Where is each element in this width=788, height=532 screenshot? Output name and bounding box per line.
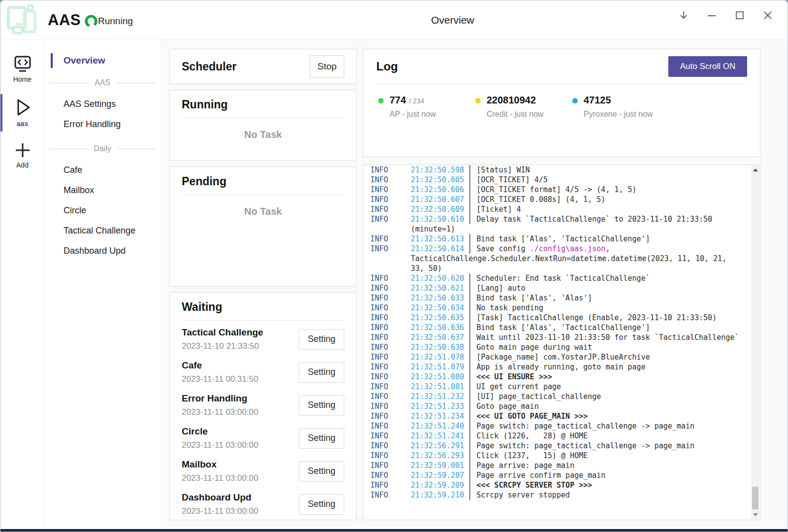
task-setting-button[interactable]: Setting	[299, 329, 344, 350]
app-window: AAS Running Overview	[0, 0, 788, 532]
waiting-task-time: 2023-11-11 03:00:00	[182, 506, 258, 516]
waiting-task-info: Tactical Challenge 2023-11-10 21:33:50	[182, 327, 263, 351]
waiting-task-name: Error Handling	[182, 393, 258, 404]
pending-card: Pending No Task	[169, 166, 357, 287]
stat-value: 220810942	[487, 95, 536, 105]
maximize-icon[interactable]	[734, 9, 746, 21]
pending-title: Pending	[182, 175, 344, 188]
pending-empty-text: No Task	[182, 206, 344, 217]
waiting-task-time: 2023-11-11 03:00:00	[182, 407, 258, 417]
log-line: INFO21:32:56.291Page switch: page_tactic…	[370, 441, 745, 451]
log-line: INFO21:32:50.635[Task] TacticalChallenge…	[370, 313, 745, 323]
log-header-card: Log Auto Scroll ON 774/ 234	[363, 49, 760, 157]
log-line: TacticalChallenge.Scheduler.NextRun=date…	[370, 254, 745, 264]
log-line: INFO21:32:51.232[UI] page_tactical_chall…	[370, 392, 745, 401]
stat-body: 47125 Pyroxene - just now	[584, 95, 653, 119]
rail-item-aas[interactable]: aas	[0, 93, 44, 133]
log-scrollbar[interactable]	[751, 166, 759, 519]
stat-body: 220810942 Credit - just now	[487, 95, 544, 119]
waiting-task-row: Error Handling 2023-11-11 03:00:00 Setti…	[182, 389, 344, 422]
log-line: INFO21:32:50.610Delay task `TacticalChal…	[370, 214, 745, 224]
log-line: INFO21:32:51.234<<< UI GOTO PAGE_MAIN >>…	[370, 411, 745, 421]
task-setting-button[interactable]: Setting	[299, 494, 344, 515]
log-line: INFO21:32:51.241Click (1226, 28) @ HOME	[370, 431, 745, 441]
log-line: INFO21:32:50.613Bind task ['Alas', 'Tact…	[370, 234, 745, 244]
log-column: Log Auto Scroll ON 774/ 234	[363, 49, 760, 520]
auto-scroll-button[interactable]: Auto Scroll ON	[668, 56, 747, 77]
main-area: Home aas Add Overview AAS	[0, 40, 788, 529]
task-setting-button[interactable]: Setting	[299, 428, 344, 449]
log-line: INFO21:32:50.636Bind task ['Alas', 'Tact…	[370, 323, 745, 332]
log-line: INFO21:32:51.080<<< UI ENSURE >>>	[370, 372, 745, 382]
nav-item[interactable]: Dashboard Upd	[45, 241, 161, 261]
waiting-task-row: Dashboard Upd 2023-11-11 03:00:00 Settin…	[182, 488, 344, 520]
scrollbar-thumb[interactable]	[752, 487, 758, 509]
nav-item[interactable]: AAS Settings	[45, 94, 161, 114]
scrollbar-up-icon[interactable]	[751, 166, 759, 174]
waiting-task-name: Circle	[182, 426, 258, 437]
waiting-task-info: Mailbox 2023-11-11 03:00:00	[182, 459, 258, 483]
stat-value: 47125	[584, 95, 611, 105]
waiting-task-info: Circle 2023-11-11 03:00:00	[182, 426, 258, 450]
titlebar: AAS Running Overview	[0, 0, 788, 40]
nav-item[interactable]: Cafe	[45, 160, 161, 180]
divider	[182, 320, 344, 321]
waiting-task-info: Cafe 2023-11-11 00:31:50	[182, 360, 258, 384]
nav-item-overview[interactable]: Overview	[51, 53, 161, 68]
stat-caption: Credit - just now	[487, 110, 544, 119]
log-line: INFO21:32:51.240Page switch: page_tactic…	[370, 421, 745, 431]
log-line: 33, 50)	[370, 264, 745, 273]
waiting-task-row: Mailbox 2023-11-11 03:00:00 Setting	[182, 455, 344, 488]
log-line: INFO21:32:51.081UI get current page	[370, 382, 745, 392]
rail-item-add[interactable]: Add	[0, 137, 44, 174]
stat-item: 47125 Pyroxene - just now	[570, 95, 667, 119]
log-line: INFO21:32:50.633Bind task ['Alas', 'Alas…	[370, 293, 745, 303]
nav-section-daily-items: CafeMailboxCircleTactical ChallengeDashb…	[45, 160, 161, 261]
divider	[182, 118, 344, 118]
nav-item[interactable]: Mailbox	[45, 180, 161, 200]
scheduler-column: Scheduler Stop Running No Task Pending N…	[169, 49, 357, 520]
stat-body: 774/ 234 AP - just now	[390, 95, 436, 119]
scrollbar-down-icon[interactable]	[751, 510, 759, 519]
waiting-card: Waiting Tactical Challenge 2023-11-10 21…	[169, 292, 357, 520]
waiting-title: Waiting	[182, 300, 344, 314]
waiting-task-row: Cafe 2023-11-11 00:31:50 Setting	[182, 356, 344, 389]
code-monitor-icon	[13, 55, 33, 73]
running-title: Running	[182, 98, 344, 111]
nav-panel: Overview AAS AAS SettingsError Handling …	[45, 40, 162, 529]
log-line: INFO21:32:50.638Goto main page during wa…	[370, 342, 745, 352]
waiting-task-time: 2023-11-11 03:00:00	[182, 473, 258, 483]
minimize-icon[interactable]	[706, 9, 718, 21]
stop-button[interactable]: Stop	[310, 55, 344, 78]
rail-item-label: Add	[0, 161, 44, 169]
waiting-task-name: Cafe	[182, 360, 258, 371]
rail-item-home[interactable]: Home	[0, 51, 44, 88]
scheduler-card: Scheduler Stop	[169, 49, 357, 84]
task-setting-button[interactable]: Setting	[299, 362, 344, 383]
divider	[376, 83, 747, 84]
stat-dot-icon	[572, 98, 578, 103]
task-setting-button[interactable]: Setting	[299, 395, 344, 416]
log-line: INFO21:32:59.210Scrcpy server stopped	[370, 490, 745, 500]
log-line: INFO21:32:50.614Save config ./config\aas…	[370, 244, 745, 254]
nav-item[interactable]: Circle	[45, 200, 161, 221]
stat-item: 220810942 Credit - just now	[473, 95, 570, 119]
scheduler-title: Scheduler	[182, 60, 236, 73]
close-icon[interactable]	[762, 9, 774, 21]
stat-dot-icon	[475, 98, 481, 103]
log-line: INFO21:32:50.607[OCR_TICKET 0.008s] (4, …	[370, 195, 745, 204]
waiting-task-time: 2023-11-11 03:00:00	[182, 440, 258, 450]
plus-icon	[13, 141, 33, 159]
download-icon[interactable]	[678, 9, 690, 21]
waiting-task-name: Dashboard Upd	[182, 492, 258, 503]
log-line: INFO21:32:50.637Wait until 2023-11-10 21…	[370, 332, 745, 342]
log-line: INFO21:32:51.079App is already running, …	[370, 362, 745, 372]
log-line: INFO21:32:50.634No task pending	[370, 303, 745, 313]
nav-item[interactable]: Tactical Challenge	[45, 221, 161, 241]
task-setting-button[interactable]: Setting	[299, 461, 344, 482]
stat-suffix: / 234	[409, 97, 424, 105]
rail-item-label: aas	[0, 120, 44, 128]
log-line: INFO21:32:59.207Page arrive confirm page…	[370, 470, 745, 480]
nav-item[interactable]: Error Handling	[45, 114, 161, 134]
log-output-panel[interactable]: INFO21:32:50.598[Status] WININFO21:32:50…	[363, 165, 760, 520]
